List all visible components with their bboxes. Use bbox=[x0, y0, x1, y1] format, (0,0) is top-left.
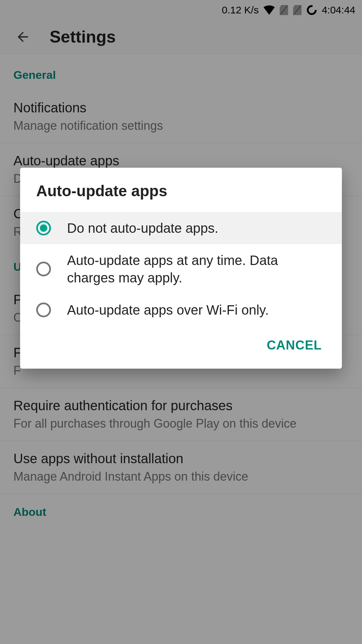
radio-label: Auto-update apps at any time. Data charg… bbox=[67, 252, 326, 286]
radio-option-wifi-only[interactable]: Auto-update apps over Wi-Fi only. bbox=[20, 294, 342, 326]
radio-label: Do not auto-update apps. bbox=[67, 219, 218, 237]
radio-icon bbox=[36, 221, 51, 235]
radio-icon bbox=[36, 262, 51, 276]
auto-update-dialog: Auto-update apps Do not auto-update apps… bbox=[20, 168, 342, 369]
radio-label: Auto-update apps over Wi-Fi only. bbox=[67, 301, 269, 319]
dialog-scrim[interactable]: Auto-update apps Do not auto-update apps… bbox=[0, 0, 362, 644]
dialog-title: Auto-update apps bbox=[20, 168, 342, 212]
dialog-actions: CANCEL bbox=[20, 326, 342, 369]
radio-option-any-time[interactable]: Auto-update apps at any time. Data charg… bbox=[20, 244, 342, 294]
cancel-button[interactable]: CANCEL bbox=[260, 334, 328, 357]
radio-option-do-not-update[interactable]: Do not auto-update apps. bbox=[20, 212, 342, 244]
radio-icon bbox=[36, 303, 51, 317]
